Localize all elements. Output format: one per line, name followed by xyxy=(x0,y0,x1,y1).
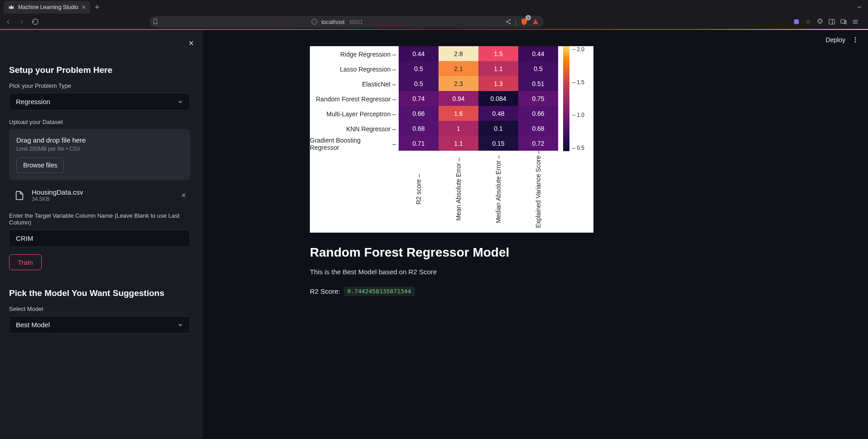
uploaded-file-name: HousingData.csv xyxy=(32,188,175,196)
extension-icon-1[interactable] xyxy=(793,18,800,25)
heatmap-col-label: Median Absolute Error – xyxy=(495,155,502,223)
address-bar[interactable]: localhost:8501 | 3 xyxy=(149,16,544,28)
target-column-label: Enter the Target Variable Column Name (L… xyxy=(9,212,194,226)
select-model-label: Select Model xyxy=(9,305,194,312)
heatmap-cell: 0.94 xyxy=(439,91,478,106)
heatmap-row-label: KNN Regressor – xyxy=(346,121,396,136)
tab-devices-icon[interactable] xyxy=(840,18,847,25)
heatmap-cell: 1.5 xyxy=(478,46,518,61)
heatmap-cell: 0.1 xyxy=(478,121,518,136)
metrics-heatmap: Ridge Regression –Lasso Regression –Elas… xyxy=(310,46,593,233)
address-bar-row: localhost:8501 | 3 xyxy=(0,14,868,29)
problem-type-label: Pick your Problem Type xyxy=(9,82,194,89)
close-sidebar-icon[interactable]: × xyxy=(188,38,194,48)
heatmap-row-label: Multi-Layer Perceptron – xyxy=(327,106,396,121)
suggestions-title: Pick the Model You Want Suggestions xyxy=(9,288,194,298)
heatmap-row-label: Ridge Regression – xyxy=(340,47,396,62)
model-select[interactable]: Best Model xyxy=(9,316,190,334)
svg-marker-8 xyxy=(533,19,538,24)
extensions-icon[interactable] xyxy=(816,18,824,25)
model-select-value: Best Model xyxy=(16,321,50,329)
brave-rewards-icon[interactable] xyxy=(532,18,539,25)
crown-icon xyxy=(8,4,14,10)
heatmap-row-label: ElasticNet – xyxy=(362,76,396,91)
app-menu-icon[interactable] xyxy=(852,36,859,43)
svg-point-20 xyxy=(855,41,856,43)
back-button[interactable] xyxy=(5,18,14,25)
heatmap-row-label: Random Forest Regressor – xyxy=(316,91,396,106)
close-tab-icon[interactable]: × xyxy=(82,4,86,11)
extension-icons xyxy=(793,18,863,25)
heatmap-cell: 0.71 xyxy=(399,136,439,151)
browser-menu-icon[interactable] xyxy=(852,18,859,25)
problem-type-select[interactable]: Regression xyxy=(9,93,190,110)
heatmap-cell: 0.5 xyxy=(518,61,558,76)
heatmap-cell: 0.68 xyxy=(399,121,439,136)
sidebar-title: Setup your Problem Here xyxy=(9,65,194,75)
heatmap-cell: 0.5 xyxy=(399,76,439,91)
new-tab-button[interactable]: + xyxy=(95,3,100,12)
chevron-down-icon xyxy=(177,322,183,328)
target-column-input[interactable] xyxy=(9,229,190,247)
svg-point-19 xyxy=(855,39,856,41)
svg-point-3 xyxy=(509,19,510,20)
remove-file-icon[interactable]: × xyxy=(182,191,186,200)
best-model-heading: Random Forest Regressor Model xyxy=(310,245,868,260)
heatmap-row-label: Lasso Regression – xyxy=(340,62,396,76)
heatmap-cell: 0.5 xyxy=(399,61,439,76)
svg-point-5 xyxy=(509,23,510,24)
tab-bar: Machine Learning Studio × + xyxy=(0,0,868,14)
forward-button[interactable] xyxy=(18,18,27,25)
share-icon[interactable] xyxy=(505,19,511,25)
svg-point-4 xyxy=(506,21,507,22)
extension-icon-2[interactable] xyxy=(805,18,812,25)
file-icon xyxy=(14,190,25,201)
heatmap-cell: 0.74 xyxy=(399,91,439,106)
heatmap-cell: 0.084 xyxy=(478,91,518,106)
heatmap-cell: 0.15 xyxy=(478,136,518,151)
heatmap-row-label: Gradient Boosting Regressor – xyxy=(310,136,396,151)
heatmap-cell: 1.6 xyxy=(439,106,478,121)
heatmap-cell: 1.3 xyxy=(478,76,518,91)
heatmap-col-label: Explained Variance Score – xyxy=(535,150,542,228)
url-host: localhost xyxy=(321,19,344,25)
browse-files-button[interactable]: Browse files xyxy=(16,157,64,173)
chevron-down-icon xyxy=(177,99,183,105)
upload-label: Upload your Dataset xyxy=(9,119,194,125)
heatmap-cell: 2.1 xyxy=(439,61,478,76)
heatmap-cell: 0.66 xyxy=(518,106,558,121)
r2-label: R2 Score: xyxy=(310,287,340,295)
shield-count: 3 xyxy=(526,15,531,20)
r2-value: 0.7442458135871344 xyxy=(344,286,415,296)
heatmap-cell: 0.44 xyxy=(399,46,439,61)
site-info-icon[interactable] xyxy=(311,19,318,25)
url-port: :8501 xyxy=(348,19,363,25)
brave-shield-icon[interactable]: 3 xyxy=(520,18,528,26)
tab-title: Machine Learning Studio xyxy=(18,4,78,10)
uploaded-file-size: 34.5KB xyxy=(32,196,175,202)
colorbar: – 2.0– 1.5– 1.0– 0.5 xyxy=(563,46,584,151)
heatmap-cell: 2.8 xyxy=(439,46,478,61)
deploy-button[interactable]: Deploy xyxy=(825,36,845,43)
bookmark-icon[interactable] xyxy=(152,19,159,25)
svg-rect-9 xyxy=(794,19,799,24)
browser-tab[interactable]: Machine Learning Studio × xyxy=(4,1,90,14)
heatmap-cell: 0.68 xyxy=(518,121,558,136)
reload-button[interactable] xyxy=(32,18,41,25)
colorbar-tick: – 2.0 xyxy=(572,46,584,52)
svg-rect-11 xyxy=(829,19,834,24)
problem-type-value: Regression xyxy=(16,98,50,105)
uploaded-file-row: HousingData.csv 34.5KB × xyxy=(9,185,190,206)
heatmap-cell: 2.3 xyxy=(439,76,478,91)
heatmap-cell: 0.51 xyxy=(518,76,558,91)
tab-overflow-icon[interactable] xyxy=(856,4,863,10)
file-dropzone[interactable]: Drag and drop file here Limit 200MB per … xyxy=(9,129,190,180)
sidepanel-icon[interactable] xyxy=(828,18,835,25)
heatmap-cell: 1 xyxy=(439,121,478,136)
train-button[interactable]: Train xyxy=(9,254,42,270)
svg-line-7 xyxy=(507,22,509,24)
heatmap-cell: 0.44 xyxy=(518,46,558,61)
sidebar: × Setup your Problem Here Pick your Prob… xyxy=(0,30,203,439)
heatmap-col-label: Mean Absolute Error – xyxy=(455,157,462,220)
heatmap-cell: 1.1 xyxy=(478,61,518,76)
